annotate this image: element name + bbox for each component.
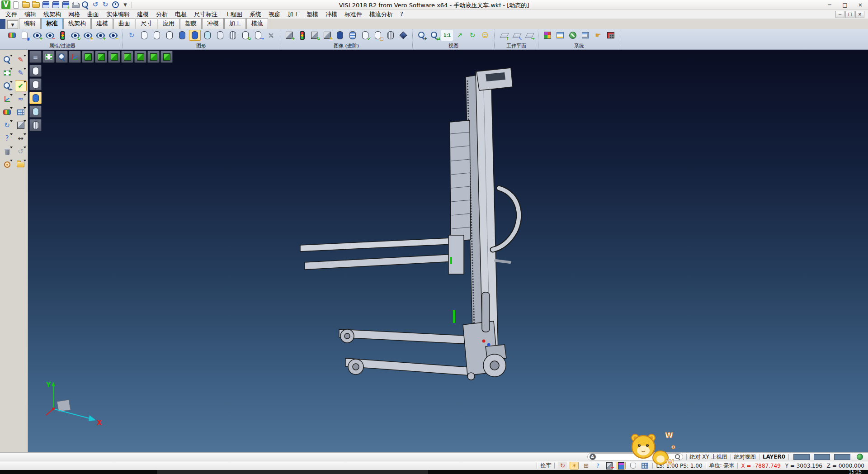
viewbar-axes-view[interactable]	[69, 51, 81, 63]
menu-modeling[interactable]: 建模	[133, 10, 152, 19]
qat-save-all[interactable]: +	[61, 0, 70, 9]
viewbar-view-left[interactable]	[108, 51, 120, 63]
snap-pick-box[interactable]: ⊞	[581, 462, 590, 469]
sidebar-window-grid[interactable]	[15, 107, 27, 118]
menu-die[interactable]: 冲模	[322, 10, 341, 19]
sidebar-zoom-element[interactable]: +	[1, 81, 13, 91]
ribbon-verify-solid[interactable]: ✔	[359, 30, 371, 41]
qat-visi-logo[interactable]: V	[1, 0, 10, 9]
ribbon-adv-show-add[interactable]: +	[283, 30, 295, 41]
menu-system[interactable]: 系统	[246, 10, 265, 19]
qat-more-commands[interactable]: ▾	[121, 0, 130, 9]
tab-machining[interactable]: 加工	[224, 18, 246, 29]
snap-import-element[interactable]: ←	[605, 462, 614, 469]
renderbar-render-shaded-edges[interactable]	[29, 105, 42, 118]
ribbon-selection-filter[interactable]	[57, 30, 68, 41]
renderbar-render-shaded[interactable]	[29, 92, 42, 104]
ribbon-regen-solid[interactable]: ↻	[240, 30, 251, 41]
viewbar-view-front[interactable]	[134, 51, 146, 63]
ribbon-dynamic-view[interactable]: ☺	[479, 30, 491, 41]
viewbar-view-right[interactable]	[121, 51, 133, 63]
ribbon-shaded-mode[interactable]	[176, 30, 188, 41]
ribbon-zoom-scale-1-1[interactable]: 1:1	[441, 30, 453, 41]
menu-mold[interactable]: 塑模	[303, 10, 322, 19]
menu-window[interactable]: 视窗	[265, 10, 284, 19]
qat-recent-documents[interactable]	[111, 0, 120, 9]
tab-wireframe[interactable]: 线架构	[63, 18, 91, 29]
ribbon-hatched-mode[interactable]	[227, 30, 239, 41]
ribbon-layer-show[interactable]: +	[94, 30, 106, 41]
sidebar-undo[interactable]: ↺	[15, 146, 27, 157]
qat-new-file[interactable]	[11, 0, 20, 9]
ribbon-visibility-add[interactable]: +	[31, 30, 43, 41]
ribbon-workplane-align[interactable]: →	[523, 30, 535, 41]
ribbon-layer-hide[interactable]: −	[107, 30, 119, 41]
viewbar-view-iso[interactable]	[160, 51, 173, 63]
renderbar-render-transparent[interactable]	[29, 119, 42, 131]
forklift-model[interactable]	[281, 59, 534, 403]
assistant-badge[interactable]: A	[590, 454, 596, 460]
ribbon-graphics-settings[interactable]	[265, 30, 277, 41]
ribbon-workplane-set[interactable]: ↑	[498, 30, 509, 41]
ribbon-attribute-copy[interactable]: ◉	[19, 30, 30, 41]
snap-lock-toggle[interactable]: 拴牢	[540, 462, 551, 469]
snap-magic-wand[interactable]: ✶	[570, 462, 579, 469]
snap-snap-cube[interactable]	[617, 462, 626, 469]
ribbon-update-solid[interactable]: →	[252, 30, 264, 41]
tab-dimension[interactable]: 尺寸	[136, 18, 157, 29]
mdi-mdi-restore[interactable]: □	[845, 11, 854, 18]
viewbar-fit-view[interactable]	[42, 51, 55, 63]
ribbon-dashed-hidden-mode[interactable]	[164, 30, 175, 41]
ribbon-workplane-edit[interactable]: ✎	[510, 30, 522, 41]
ribbon-visibility-toggle[interactable]: ±	[82, 30, 94, 41]
ribbon-redraw[interactable]: ↻	[126, 30, 137, 41]
window-close[interactable]: ×	[853, 0, 868, 9]
menu-solid-edit[interactable]: 实体编辑	[103, 10, 133, 19]
sidebar-help[interactable]: ?	[1, 133, 13, 144]
globe-icon[interactable]	[855, 453, 864, 460]
tab-standard[interactable]: 标准	[41, 18, 63, 29]
menu-drafting[interactable]: 工程图	[221, 10, 246, 19]
sidebar-solid-cube[interactable]	[15, 120, 27, 131]
renderbar-render-wireframe[interactable]	[29, 65, 42, 77]
ribbon-adv-toggle[interactable]: ±	[321, 30, 333, 41]
qat-print[interactable]	[71, 0, 80, 9]
sidebar-attributes-palette[interactable]	[1, 107, 13, 118]
ribbon-translucent-mode[interactable]	[202, 30, 213, 41]
tab-apply[interactable]: 应用	[158, 18, 179, 29]
menu-file[interactable]: 文件	[2, 10, 21, 19]
sidebar-select-window[interactable]	[1, 67, 13, 78]
tab-modeling[interactable]: 建模	[91, 18, 113, 29]
snap-snap-refresh[interactable]: ↻	[558, 462, 567, 469]
viewbar-view-menu[interactable]: ≡	[29, 51, 42, 63]
menu-flow-analysis[interactable]: 模流分析	[366, 10, 396, 19]
units-readout[interactable]: 单位: 毫米	[709, 462, 735, 469]
sidebar-delete[interactable]	[1, 146, 13, 157]
ribbon-pan-view[interactable]: ↗	[454, 30, 466, 41]
tab-overflow-button[interactable]: ▼	[7, 20, 18, 29]
menu-surface[interactable]: 曲面	[84, 10, 103, 19]
swatch-swatch-2[interactable]	[812, 453, 831, 460]
ribbon-snap-settings[interactable]: ☛	[592, 30, 604, 41]
ribbon-visibility-remove[interactable]: −	[44, 30, 56, 41]
ribbon-rotate-view[interactable]: ↻	[467, 30, 478, 41]
menu-analysis[interactable]: 分析	[152, 10, 171, 19]
renderbar-render-hidden-line[interactable]	[29, 78, 42, 90]
layer-indicator[interactable]: LAYER0	[763, 454, 785, 460]
swatch-swatch-1[interactable]	[792, 453, 811, 460]
ribbon-options-window[interactable]	[580, 30, 591, 41]
menu-wireframe[interactable]: 线架构	[40, 10, 65, 19]
tab-flow[interactable]: 模流	[246, 18, 268, 29]
sidebar-edit-curve[interactable]: ✎	[15, 67, 27, 78]
viewbar-view-back[interactable]	[147, 51, 160, 63]
ribbon-zoom-extents[interactable]: ⇄	[429, 30, 440, 41]
ribbon-adv-filter[interactable]	[296, 30, 308, 41]
view-orientation-label[interactable]: 绝对 XY 上视图	[690, 453, 727, 461]
sidebar-view-search[interactable]	[1, 54, 13, 65]
sidebar-erase-element[interactable]: ✎	[15, 54, 27, 65]
sidebar-workplane-axis[interactable]	[1, 94, 13, 104]
sidebar-validate[interactable]: ✔	[15, 81, 27, 91]
qat-save-as[interactable]	[51, 0, 60, 9]
ribbon-flat-mode[interactable]	[214, 30, 226, 41]
qat-print-preview[interactable]	[81, 0, 90, 9]
